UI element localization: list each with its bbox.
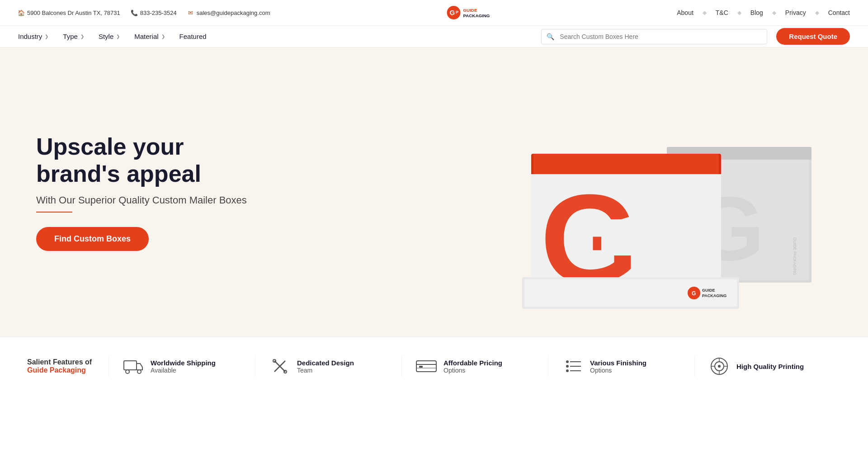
printing-icon [708, 355, 730, 377]
hero-section: Upscale your brand's appeal With Our Sup… [0, 47, 868, 337]
nav-blog[interactable]: Blog [750, 9, 763, 16]
features-label: Salient Features of Guide Packaging [27, 358, 108, 374]
svg-text:PACKAGING: PACKAGING [702, 293, 726, 298]
svg-text:G: G [692, 290, 696, 297]
feature-finishing-text: Various Finishing Options [590, 359, 646, 374]
features-label-title: Salient Features of [27, 358, 108, 366]
top-nav-right: About ◆ T&C ◆ Blog ◆ Privacy ◆ Contact [677, 9, 850, 16]
address-item: 🏠 5900 Balcones Dr Austin TX, 78731 [18, 9, 120, 16]
svg-rect-17 [601, 219, 651, 237]
email-text: sales@guidepackaging.com [197, 9, 270, 16]
feature-shipping: Worldwide Shipping Available [108, 355, 255, 377]
phone-text: 833-235-3524 [140, 9, 177, 16]
nav-type[interactable]: Type ❯ [56, 26, 91, 47]
feature-printing: High Quality Printing [694, 355, 841, 377]
chevron-style-icon: ❯ [116, 34, 120, 39]
nav-tc[interactable]: T&C [716, 9, 728, 16]
nav-industry[interactable]: Industry ❯ [18, 26, 56, 47]
nav-material[interactable]: Material ❯ [127, 26, 172, 47]
truck-icon [123, 355, 144, 377]
nav-privacy[interactable]: Privacy [785, 9, 806, 16]
svg-text:GUIDE: GUIDE [463, 8, 477, 13]
pricing-icon [415, 355, 437, 377]
feature-pricing: Affordable Pricing Options [401, 355, 548, 377]
feature-design: Dedicated Design Team [255, 355, 401, 377]
svg-text:P: P [456, 10, 458, 14]
svg-rect-24 [124, 361, 137, 370]
box-illustration: GUIDE PACKAGING G G G GUIDE PACKAGING [495, 66, 834, 319]
nav-style[interactable]: Style ❯ [91, 26, 127, 47]
logo[interactable]: G P • GUIDE PACKAGING [446, 4, 500, 22]
divider-4: ◆ [815, 9, 819, 16]
email-item[interactable]: ✉ sales@guidepackaging.com [188, 9, 270, 16]
feature-pricing-text: Affordable Pricing Options [443, 359, 502, 374]
svg-text:GUIDE PACKAGING: GUIDE PACKAGING [793, 237, 797, 275]
hero-content: Upscale your brand's appeal With Our Sup… [36, 133, 262, 251]
svg-point-26 [137, 370, 141, 373]
hero-divider [36, 212, 72, 213]
logo-svg: G P • GUIDE PACKAGING [446, 4, 500, 22]
svg-point-37 [566, 365, 569, 368]
divider-1: ◆ [703, 9, 707, 16]
chevron-type-icon: ❯ [80, 34, 84, 39]
top-bar: 🏠 5900 Balcones Dr Austin TX, 78731 📞 83… [0, 0, 868, 26]
svg-point-25 [126, 370, 129, 373]
svg-rect-34 [419, 366, 423, 368]
nav-items: Industry ❯ Type ❯ Style ❯ Material ❯ Fea… [18, 26, 532, 47]
svg-point-35 [566, 360, 569, 363]
svg-point-39 [566, 369, 569, 372]
finishing-icon [562, 355, 584, 377]
hero-subtitle: With Our Superior Quality Custom Mailer … [36, 194, 262, 206]
features-bar: Salient Features of Guide Packaging Worl… [0, 337, 868, 395]
chevron-material-icon: ❯ [161, 34, 165, 39]
request-quote-button[interactable]: Request Quote [776, 28, 850, 45]
search-icon: 🔍 [547, 33, 554, 40]
chevron-industry-icon: ❯ [45, 34, 48, 39]
svg-point-43 [718, 365, 721, 368]
divider-2: ◆ [737, 9, 741, 16]
top-bar-left: 🏠 5900 Balcones Dr Austin TX, 78731 📞 83… [18, 9, 270, 16]
svg-rect-19 [524, 279, 737, 307]
address-text: 5900 Balcones Dr Austin TX, 78731 [27, 9, 120, 16]
feature-finishing: Various Finishing Options [548, 355, 694, 377]
features-label-brand: Guide Packaging [27, 366, 108, 374]
feature-shipping-text: Worldwide Shipping Available [151, 359, 216, 374]
feature-design-text: Dedicated Design Team [297, 359, 354, 374]
phone-item[interactable]: 📞 833-235-3524 [131, 9, 177, 16]
design-icon [269, 355, 291, 377]
home-icon: 🏠 [18, 9, 24, 16]
svg-text:GUIDE: GUIDE [702, 288, 715, 293]
divider-3: ◆ [772, 9, 776, 16]
nav-featured[interactable]: Featured [172, 26, 214, 47]
feature-printing-text: High Quality Printing [736, 363, 804, 370]
svg-text:PACKAGING: PACKAGING [463, 13, 490, 18]
hero-title: Upscale your brand's appeal [36, 133, 262, 188]
hero-image-area: GUIDE PACKAGING G G G GUIDE PACKAGING [461, 47, 868, 337]
search-wrapper: 🔍 [541, 29, 767, 44]
email-icon: ✉ [188, 9, 194, 16]
find-custom-boxes-button[interactable]: Find Custom Boxes [36, 227, 149, 251]
nav-contact[interactable]: Contact [828, 9, 850, 16]
search-input[interactable] [541, 29, 767, 44]
secondary-nav: Industry ❯ Type ❯ Style ❯ Material ❯ Fea… [0, 26, 868, 47]
nav-about[interactable]: About [677, 9, 693, 16]
phone-icon: 📞 [131, 9, 137, 16]
